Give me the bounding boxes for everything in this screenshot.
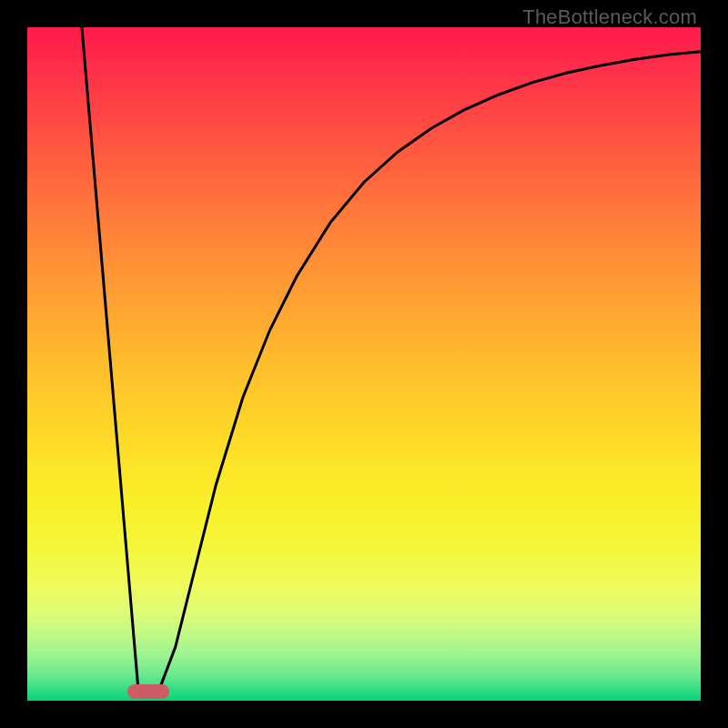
chart-frame: TheBottleneck.com	[0, 0, 728, 728]
watermark-text: TheBottleneck.com	[522, 5, 697, 29]
curve-left-branch	[82, 27, 138, 692]
chart-lines	[27, 27, 701, 701]
plot-area	[27, 27, 701, 701]
curve-right-branch	[158, 52, 701, 692]
optimal-point-marker	[127, 684, 169, 699]
